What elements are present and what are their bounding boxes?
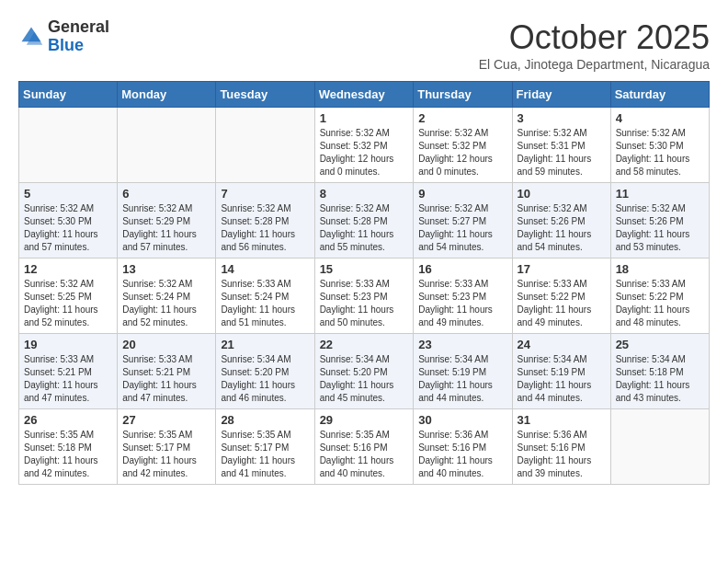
day-number: 23 [418, 338, 506, 351]
calendar-cell: 28Sunrise: 5:35 AMSunset: 5:17 PMDayligh… [216, 409, 314, 485]
day-info: Sunrise: 5:34 AMSunset: 5:20 PMDaylight:… [221, 353, 309, 405]
calendar-cell: 3Sunrise: 5:32 AMSunset: 5:31 PMDaylight… [512, 108, 610, 183]
day-info: Sunrise: 5:32 AMSunset: 5:26 PMDaylight:… [518, 202, 606, 254]
day-number: 21 [221, 338, 309, 351]
calendar-cell: 26Sunrise: 5:35 AMSunset: 5:18 PMDayligh… [19, 409, 118, 485]
day-info: Sunrise: 5:35 AMSunset: 5:18 PMDaylight:… [24, 429, 112, 480]
day-info: Sunrise: 5:33 AMSunset: 5:21 PMDaylight:… [24, 353, 112, 405]
calendar-cell: 9Sunrise: 5:32 AMSunset: 5:27 PMDaylight… [414, 183, 512, 259]
calendar-week-row: 5Sunrise: 5:32 AMSunset: 5:30 PMDaylight… [19, 183, 710, 259]
calendar-week-row: 12Sunrise: 5:32 AMSunset: 5:25 PMDayligh… [19, 259, 710, 334]
day-info: Sunrise: 5:32 AMSunset: 5:30 PMDaylight:… [24, 202, 112, 254]
calendar-cell: 10Sunrise: 5:32 AMSunset: 5:26 PMDayligh… [512, 183, 610, 259]
calendar-cell: 18Sunrise: 5:33 AMSunset: 5:22 PMDayligh… [610, 259, 709, 334]
calendar-cell: 19Sunrise: 5:33 AMSunset: 5:21 PMDayligh… [19, 334, 118, 409]
day-info: Sunrise: 5:36 AMSunset: 5:16 PMDaylight:… [518, 429, 606, 480]
calendar-week-row: 26Sunrise: 5:35 AMSunset: 5:18 PMDayligh… [19, 409, 710, 485]
calendar-cell: 29Sunrise: 5:35 AMSunset: 5:16 PMDayligh… [314, 409, 414, 485]
calendar-cell: 22Sunrise: 5:34 AMSunset: 5:20 PMDayligh… [314, 334, 414, 409]
calendar-cell: 25Sunrise: 5:34 AMSunset: 5:18 PMDayligh… [610, 334, 709, 409]
day-info: Sunrise: 5:32 AMSunset: 5:32 PMDaylight:… [418, 127, 506, 178]
month-title: October 2025 [479, 18, 710, 57]
day-number: 17 [518, 262, 606, 276]
day-info: Sunrise: 5:34 AMSunset: 5:18 PMDaylight:… [616, 353, 704, 405]
calendar-cell [19, 108, 118, 183]
weekday-header-row: SundayMondayTuesdayWednesdayThursdayFrid… [19, 82, 710, 108]
day-number: 11 [616, 187, 704, 201]
logo-general-text: General [48, 18, 109, 37]
day-number: 27 [122, 413, 210, 427]
day-number: 14 [221, 262, 309, 276]
day-number: 4 [616, 111, 704, 125]
day-number: 6 [122, 187, 210, 201]
calendar-cell [216, 108, 314, 183]
day-info: Sunrise: 5:32 AMSunset: 5:31 PMDaylight:… [518, 127, 606, 178]
day-number: 20 [122, 338, 210, 351]
calendar-cell: 21Sunrise: 5:34 AMSunset: 5:20 PMDayligh… [216, 334, 314, 409]
day-number: 3 [518, 111, 606, 125]
day-number: 8 [320, 187, 409, 201]
calendar-cell: 1Sunrise: 5:32 AMSunset: 5:32 PMDaylight… [314, 108, 414, 183]
calendar-header: SundayMondayTuesdayWednesdayThursdayFrid… [19, 82, 710, 108]
calendar-cell: 12Sunrise: 5:32 AMSunset: 5:25 PMDayligh… [19, 259, 118, 334]
calendar-cell: 13Sunrise: 5:32 AMSunset: 5:24 PMDayligh… [118, 259, 216, 334]
weekday-header-thursday: Thursday [414, 82, 512, 108]
calendar-cell: 23Sunrise: 5:34 AMSunset: 5:19 PMDayligh… [414, 334, 512, 409]
calendar-cell: 7Sunrise: 5:32 AMSunset: 5:28 PMDaylight… [216, 183, 314, 259]
weekday-header-friday: Friday [512, 82, 610, 108]
day-number: 26 [24, 413, 112, 427]
day-info: Sunrise: 5:35 AMSunset: 5:16 PMDaylight:… [320, 429, 409, 480]
day-number: 9 [418, 187, 506, 201]
day-number: 30 [418, 413, 506, 427]
day-info: Sunrise: 5:32 AMSunset: 5:29 PMDaylight:… [122, 202, 210, 254]
calendar-cell: 20Sunrise: 5:33 AMSunset: 5:21 PMDayligh… [118, 334, 216, 409]
day-info: Sunrise: 5:33 AMSunset: 5:21 PMDaylight:… [122, 353, 210, 405]
day-number: 13 [122, 262, 210, 276]
weekday-header-saturday: Saturday [610, 82, 709, 108]
calendar-week-row: 1Sunrise: 5:32 AMSunset: 5:32 PMDaylight… [19, 108, 710, 183]
calendar-cell [610, 409, 709, 485]
day-number: 25 [616, 338, 704, 351]
day-info: Sunrise: 5:33 AMSunset: 5:23 PMDaylight:… [320, 278, 409, 329]
calendar-cell: 11Sunrise: 5:32 AMSunset: 5:26 PMDayligh… [610, 183, 709, 259]
day-number: 7 [221, 187, 309, 201]
weekday-header-monday: Monday [118, 82, 216, 108]
day-number: 24 [518, 338, 606, 351]
day-info: Sunrise: 5:36 AMSunset: 5:16 PMDaylight:… [418, 429, 506, 480]
day-number: 16 [418, 262, 506, 276]
calendar-cell: 31Sunrise: 5:36 AMSunset: 5:16 PMDayligh… [512, 409, 610, 485]
logo-icon [18, 24, 44, 50]
calendar-cell: 6Sunrise: 5:32 AMSunset: 5:29 PMDaylight… [118, 183, 216, 259]
day-info: Sunrise: 5:32 AMSunset: 5:28 PMDaylight:… [320, 202, 409, 254]
day-info: Sunrise: 5:35 AMSunset: 5:17 PMDaylight:… [122, 429, 210, 480]
day-number: 22 [320, 338, 409, 351]
calendar-cell: 24Sunrise: 5:34 AMSunset: 5:19 PMDayligh… [512, 334, 610, 409]
page-header: General Blue October 2025 El Cua, Jinote… [18, 18, 710, 72]
day-number: 10 [518, 187, 606, 201]
calendar-cell: 17Sunrise: 5:33 AMSunset: 5:22 PMDayligh… [512, 259, 610, 334]
day-info: Sunrise: 5:32 AMSunset: 5:25 PMDaylight:… [24, 278, 112, 329]
calendar-cell: 5Sunrise: 5:32 AMSunset: 5:30 PMDaylight… [19, 183, 118, 259]
day-number: 2 [418, 111, 506, 125]
day-info: Sunrise: 5:32 AMSunset: 5:24 PMDaylight:… [122, 278, 210, 329]
weekday-header-sunday: Sunday [19, 82, 118, 108]
day-info: Sunrise: 5:33 AMSunset: 5:22 PMDaylight:… [518, 278, 606, 329]
day-number: 28 [221, 413, 309, 427]
calendar-cell: 8Sunrise: 5:32 AMSunset: 5:28 PMDaylight… [314, 183, 414, 259]
day-info: Sunrise: 5:33 AMSunset: 5:22 PMDaylight:… [616, 278, 704, 329]
day-info: Sunrise: 5:34 AMSunset: 5:19 PMDaylight:… [418, 353, 506, 405]
calendar-cell [118, 108, 216, 183]
weekday-header-wednesday: Wednesday [314, 82, 414, 108]
day-info: Sunrise: 5:33 AMSunset: 5:23 PMDaylight:… [418, 278, 506, 329]
day-info: Sunrise: 5:32 AMSunset: 5:30 PMDaylight:… [616, 127, 704, 178]
calendar-table: SundayMondayTuesdayWednesdayThursdayFrid… [18, 81, 710, 485]
day-number: 31 [518, 413, 606, 427]
calendar-cell: 4Sunrise: 5:32 AMSunset: 5:30 PMDaylight… [610, 108, 709, 183]
day-info: Sunrise: 5:34 AMSunset: 5:19 PMDaylight:… [518, 353, 606, 405]
day-info: Sunrise: 5:32 AMSunset: 5:32 PMDaylight:… [320, 127, 409, 178]
day-info: Sunrise: 5:32 AMSunset: 5:26 PMDaylight:… [616, 202, 704, 254]
weekday-header-tuesday: Tuesday [216, 82, 314, 108]
calendar-week-row: 19Sunrise: 5:33 AMSunset: 5:21 PMDayligh… [19, 334, 710, 409]
calendar-body: 1Sunrise: 5:32 AMSunset: 5:32 PMDaylight… [19, 108, 710, 485]
calendar-cell: 27Sunrise: 5:35 AMSunset: 5:17 PMDayligh… [118, 409, 216, 485]
